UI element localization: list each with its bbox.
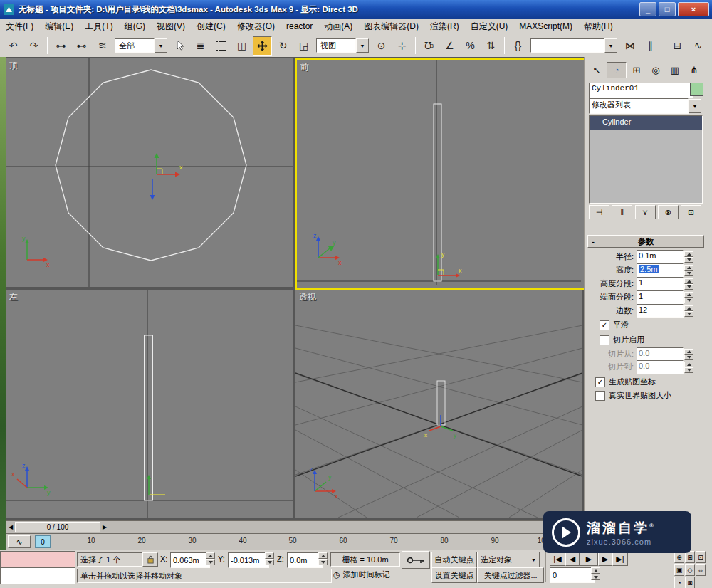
- tab-display[interactable]: ▥: [666, 63, 684, 78]
- height-segs-field[interactable]: 1: [637, 277, 684, 291]
- select-by-name-button[interactable]: ≣: [191, 36, 210, 56]
- cap-segs-spinner[interactable]: [684, 292, 693, 303]
- redo-button[interactable]: ↷: [24, 36, 43, 56]
- viewport-top-label[interactable]: 顶: [9, 60, 18, 72]
- slice-from-spinner[interactable]: [684, 349, 693, 360]
- height-spinner[interactable]: [684, 265, 693, 276]
- schematic-view-button[interactable]: ∴: [709, 36, 712, 56]
- frame-spinner[interactable]: [591, 567, 600, 580]
- pan-button[interactable]: ⇔: [696, 564, 706, 576]
- menu-maxscript[interactable]: MAXScript(M): [513, 19, 578, 33]
- menu-reactor[interactable]: reactor: [281, 19, 318, 33]
- select-and-link-button[interactable]: ⊶: [51, 36, 70, 56]
- add-time-tag[interactable]: ◷ 添加时间标记: [333, 569, 390, 580]
- slice-to-field[interactable]: 0.0: [637, 360, 684, 374]
- set-key-button[interactable]: 设置关键点: [431, 567, 477, 583]
- previous-frame-button[interactable]: ◀: [565, 552, 580, 566]
- y-spinner[interactable]: [265, 552, 274, 565]
- menu-customize[interactable]: 自定义(U): [465, 19, 514, 35]
- mini-curve-editor-button[interactable]: ∿: [8, 535, 31, 548]
- snaps-toggle-button[interactable]: Ω3: [419, 36, 439, 56]
- mirror-button[interactable]: ⋈: [620, 36, 639, 56]
- chevron-down-icon[interactable]: ▼: [356, 38, 369, 53]
- close-button[interactable]: ×: [678, 2, 709, 16]
- selection-filter-dropdown[interactable]: 全部 ▼: [115, 38, 167, 53]
- min-max-toggle-button[interactable]: ⊠: [685, 577, 695, 588]
- selected-filter-dropdown[interactable]: 选定对象 ▼: [477, 552, 540, 567]
- stack-item-cylinder[interactable]: Cylinder: [590, 116, 702, 130]
- show-end-result-button[interactable]: ‖: [612, 205, 632, 219]
- sides-field[interactable]: 12: [637, 304, 684, 318]
- rectangular-selection-button[interactable]: [211, 36, 231, 56]
- go-to-end-button[interactable]: ▶|: [612, 552, 628, 566]
- percent-snap-button[interactable]: %: [461, 36, 480, 56]
- select-and-move-button[interactable]: [253, 36, 272, 56]
- parameters-rollout-header[interactable]: - 参数: [587, 235, 704, 248]
- modifier-stack[interactable]: Cylinder: [589, 115, 703, 204]
- viewport-left[interactable]: z y x 左: [6, 290, 293, 518]
- object-name-field[interactable]: Cylinder01: [589, 83, 693, 98]
- track-bar[interactable]: ∿ 0 10 20 30 40 50 60 70 80 90 100: [6, 533, 585, 550]
- select-and-scale-button[interactable]: ◲: [294, 36, 313, 56]
- current-frame-marker[interactable]: 0: [35, 535, 51, 548]
- menu-create[interactable]: 创建(C): [191, 19, 231, 35]
- chevron-down-icon[interactable]: ▼: [604, 38, 617, 53]
- minimize-button[interactable]: _: [639, 2, 656, 16]
- pin-stack-button[interactable]: ⊣: [589, 205, 609, 219]
- maxscript-listener-white[interactable]: [0, 567, 75, 584]
- z-coordinate-field[interactable]: 0.0m: [287, 552, 323, 568]
- arc-rotate-button[interactable]: ◔: [674, 577, 684, 588]
- select-and-rotate-button[interactable]: ↻: [273, 36, 293, 56]
- slice-from-field[interactable]: 0.0: [637, 347, 684, 362]
- menu-rendering[interactable]: 渲染(R): [424, 19, 465, 35]
- next-frame-button[interactable]: ▶: [598, 552, 612, 566]
- maximize-button[interactable]: □: [659, 2, 676, 16]
- menu-graph-editors[interactable]: 图表编辑器(D): [358, 19, 424, 35]
- maxscript-listener-pink[interactable]: [0, 551, 75, 568]
- menu-group[interactable]: 组(G): [119, 19, 151, 35]
- viewport-front-label[interactable]: 前: [300, 61, 309, 73]
- menu-tools[interactable]: 工具(T): [79, 19, 118, 35]
- undo-button[interactable]: ↶: [4, 36, 23, 56]
- use-pivot-center-button[interactable]: ⊙: [372, 36, 391, 56]
- title-bar[interactable]: 无标题 - 项目文件夹: D:\用户目录\我的文档\3dsmax - Autod…: [0, 0, 712, 19]
- select-object-button[interactable]: [170, 36, 189, 56]
- slider-left-arrow[interactable]: ◀: [6, 523, 15, 532]
- unlink-selection-button[interactable]: ⊷: [72, 36, 91, 56]
- tab-utilities[interactable]: ⋔: [685, 63, 703, 78]
- viewport-perspective-label[interactable]: 透视: [299, 291, 316, 303]
- sides-spinner[interactable]: [684, 305, 693, 317]
- tab-hierarchy[interactable]: ⊞: [627, 63, 646, 78]
- bind-to-spacewarp-button[interactable]: ≋: [93, 36, 112, 56]
- curve-editor-button[interactable]: ∿: [689, 36, 708, 56]
- zoom-extents-button[interactable]: ⊡: [696, 551, 706, 563]
- menu-animation[interactable]: 动画(A): [318, 19, 358, 35]
- x-coordinate-field[interactable]: 0.063m: [170, 552, 210, 568]
- menu-edit[interactable]: 编辑(E): [39, 19, 79, 35]
- y-coordinate-field[interactable]: -0.013m: [228, 552, 269, 568]
- reference-coordinate-dropdown[interactable]: 视图 ▼: [316, 38, 369, 53]
- smooth-checkbox[interactable]: ✓: [600, 320, 609, 330]
- menu-modifiers[interactable]: 修改器(O): [231, 19, 281, 35]
- chevron-down-icon[interactable]: ▼: [689, 99, 701, 113]
- tab-create[interactable]: ↖: [587, 63, 606, 78]
- gen-mapping-checkbox[interactable]: ✓: [595, 377, 605, 387]
- window-crossing-button[interactable]: ◫: [232, 36, 251, 56]
- spinner-snap-button[interactable]: ⇅: [481, 36, 501, 56]
- select-and-manipulate-button[interactable]: ⊹: [392, 36, 412, 56]
- selection-lock-button[interactable]: [142, 552, 158, 567]
- edit-named-sets-button[interactable]: {}: [508, 36, 528, 56]
- slice-on-checkbox[interactable]: [600, 335, 609, 345]
- angle-snap-button[interactable]: ∠: [440, 36, 459, 56]
- viewport-front[interactable]: x y z x y 前: [295, 58, 585, 290]
- slice-to-spinner[interactable]: [684, 362, 693, 373]
- height-segs-spinner[interactable]: [684, 278, 693, 290]
- key-filters-button[interactable]: 关键点过滤器...: [477, 567, 544, 583]
- chevron-down-icon[interactable]: ▼: [155, 38, 167, 53]
- frame-number-field[interactable]: 0: [550, 567, 595, 583]
- configure-stack-button[interactable]: ⊡: [681, 205, 701, 219]
- object-color-swatch[interactable]: [690, 83, 703, 96]
- time-slider[interactable]: ◀ 0 / 100 ▶: [6, 520, 585, 534]
- viewport-top[interactable]: x y x 顶: [6, 58, 293, 287]
- z-spinner[interactable]: [318, 552, 328, 565]
